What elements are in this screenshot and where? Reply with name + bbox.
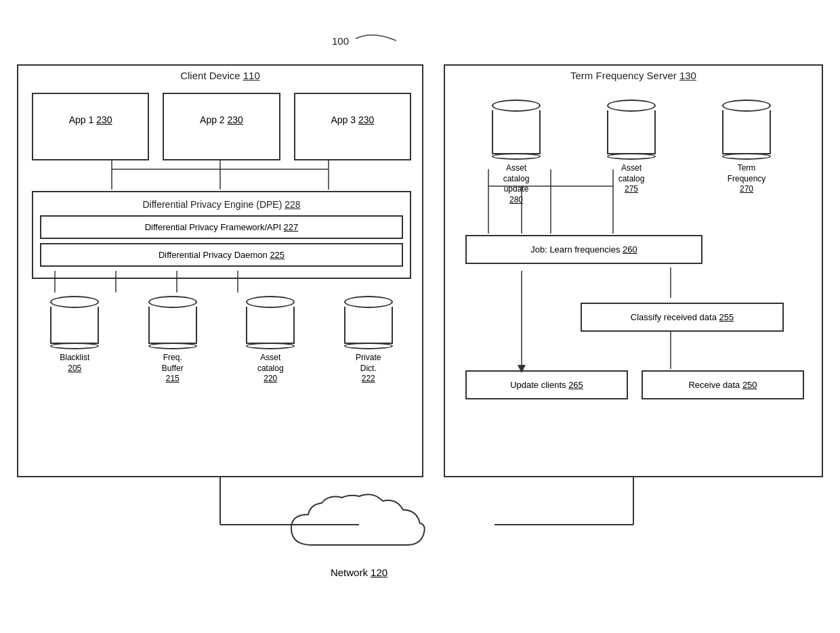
update-proc: Update clients 265 [465, 370, 628, 399]
app1-box: App 1 230 [32, 93, 149, 160]
assetupdate-db: Assetcatalogupdate280 [465, 100, 567, 205]
receive-num: 250 [742, 380, 757, 390]
classify-proc: Classify received data 255 [581, 303, 784, 332]
blacklist-db: Blacklist205 [32, 296, 118, 385]
assetupdate-cyl-top [492, 100, 541, 112]
servercatalog-db: Assetcatalog275 [581, 100, 682, 205]
client-device-box: Client Device 110 App 1 230 App 2 230 Ap… [17, 64, 423, 477]
top-label: 100 [332, 35, 349, 47]
client-db-row: Blacklist205 Freq.Buffer215 Assetcatalog… [32, 296, 411, 385]
receive-box: Receive data 250 [642, 370, 804, 399]
termfreq-label: TermFrequency270 [728, 163, 766, 195]
server-db-row: Assetcatalogupdate280 Assetcatalog275 Te… [465, 100, 797, 205]
classify-box: Classify received data 255 [581, 303, 784, 332]
termfreq-cyl-body [722, 110, 771, 154]
app1-num: 230 [96, 114, 112, 125]
privatedict-cyl-body [344, 307, 393, 344]
privatedict-label: PrivateDict.222 [356, 353, 381, 385]
dpe-title: Differential Privacy Engine (DPE) 228 [40, 199, 403, 210]
framework-num: 227 [284, 222, 299, 232]
server-title: Term Frequency Server 130 [445, 66, 822, 84]
termfreq-cyl-top [722, 100, 771, 112]
app2-box: App 2 230 [163, 93, 280, 160]
classify-num: 255 [719, 312, 734, 322]
assetcatalog-cyl-top [246, 296, 295, 308]
cloud-icon [271, 491, 447, 559]
freqbuffer-cyl-body [148, 307, 197, 344]
apps-row: App 1 230 App 2 230 App 3 230 [32, 93, 411, 160]
update-box: Update clients 265 [465, 370, 628, 399]
update-num: 265 [568, 380, 583, 390]
network-num: 120 [371, 567, 387, 578]
app3-num: 230 [358, 114, 374, 125]
assetupdate-label: Assetcatalogupdate280 [503, 163, 530, 205]
app3-box: App 3 230 [294, 93, 411, 160]
termfreq-db: TermFrequency270 [696, 100, 797, 205]
dpe-num: 228 [285, 199, 300, 210]
blacklist-cyl-body [50, 307, 99, 344]
network-label: Network 120 [271, 567, 447, 578]
freqbuffer-db: Freq.Buffer215 [130, 296, 216, 385]
servercatalog-cyl-top [607, 100, 656, 112]
server-box: Term Frequency Server 130 Assetcatalogup… [444, 64, 823, 477]
top-label-text: 100 [332, 35, 349, 47]
dpe-box: Differential Privacy Engine (DPE) 228 Di… [32, 191, 411, 279]
assetupdate-cyl-body [492, 110, 541, 154]
servercatalog-label: Assetcatalog275 [618, 163, 645, 195]
blacklist-cyl-top [50, 296, 99, 308]
privatedict-db: PrivateDict.222 [326, 296, 412, 385]
receive-proc: Receive data 250 [642, 370, 804, 399]
freqbuffer-cyl-top [148, 296, 197, 308]
assetcatalog-cyl-body [246, 307, 295, 344]
learn-num: 260 [623, 244, 637, 255]
app2-num: 230 [228, 114, 243, 125]
daemon-box: Differential Privacy Daemon 225 [40, 243, 403, 267]
daemon-num: 225 [270, 250, 285, 260]
server-num: 130 [679, 70, 696, 81]
framework-box: Differential Privacy Framework/API 227 [40, 215, 403, 239]
client-device-title: Client Device 110 [18, 66, 422, 84]
blacklist-label: Blacklist205 [60, 353, 89, 374]
network-cloud: Network 120 [271, 491, 447, 578]
learn-proc: Job: Learn frequencies 260 [465, 235, 702, 264]
freqbuffer-label: Freq.Buffer215 [162, 353, 184, 385]
assetcatalog-db: Assetcatalog220 [228, 296, 314, 385]
servercatalog-cyl-body [607, 110, 656, 154]
assetcatalog-label: Assetcatalog220 [257, 353, 284, 385]
learn-box: Job: Learn frequencies 260 [465, 235, 702, 264]
privatedict-cyl-top [344, 296, 393, 308]
client-device-num: 110 [243, 70, 260, 81]
